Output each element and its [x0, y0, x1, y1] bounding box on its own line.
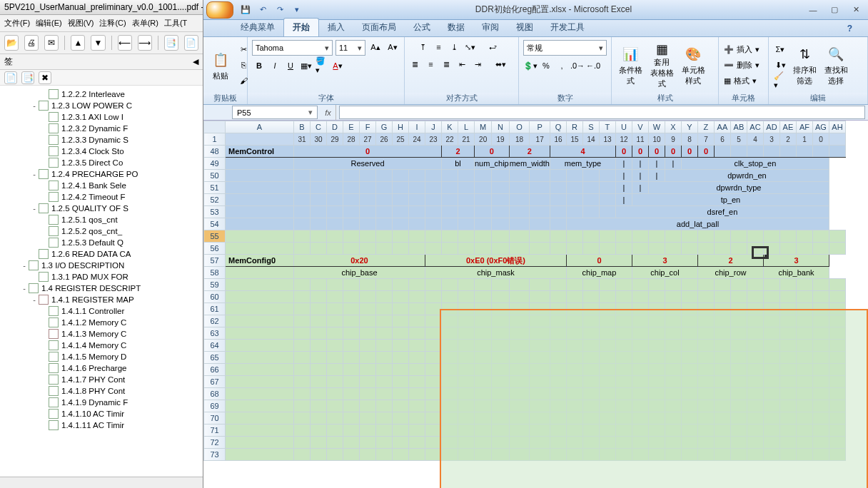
col-header[interactable]: C [311, 121, 327, 133]
col-header[interactable]: U [615, 121, 632, 133]
bookmark-item[interactable]: -1.2.5 QUALITY OF S [0, 203, 203, 214]
col-header[interactable]: Y [681, 121, 697, 133]
bookmark-item[interactable]: 1.2.4.1 Bank Sele [0, 180, 203, 191]
indent-dec-icon[interactable]: ⇤ [455, 57, 470, 71]
ribbon-tab[interactable]: 公式 [405, 19, 439, 36]
bookmark-item[interactable]: 1.4.1.1 Controller [0, 305, 203, 317]
insert-cells-button[interactable]: ➕插入▾ [723, 42, 764, 56]
row-header[interactable]: 61 [204, 303, 226, 315]
bookmark-item[interactable]: -1.3 I/O DESCRIPTION [0, 260, 203, 271]
col-header[interactable]: Z [697, 121, 714, 133]
mail-icon[interactable]: ✉ [44, 35, 59, 51]
font-color-icon[interactable]: A▾ [330, 59, 345, 73]
worksheet-grid[interactable]: ABCDEFGHIJKLMNOPQRSTUVWXYZAAABACADAEAFAG… [203, 121, 868, 488]
fill-icon[interactable]: ⬇▾ [773, 58, 787, 72]
bookmark-item[interactable]: 1.2.2.2 Interleave [0, 88, 203, 100]
bookmark-item[interactable]: 1.4.1.8 PHY Cont [0, 385, 203, 397]
col-header[interactable]: AB [730, 121, 747, 133]
ribbon-tab[interactable]: 数据 [439, 19, 473, 36]
italic-button[interactable]: I [268, 59, 282, 73]
minimize-icon[interactable]: — [804, 4, 822, 16]
dec-decimal-icon[interactable]: ←.0 [586, 59, 600, 73]
col-header[interactable]: W [648, 121, 665, 133]
col-header[interactable]: AD [763, 121, 779, 133]
col-header[interactable]: F [360, 121, 376, 133]
col-header[interactable]: J [425, 121, 442, 133]
pdf-hscroll[interactable] [0, 477, 203, 488]
col-header[interactable]: T [599, 121, 615, 133]
row-header[interactable]: 71 [204, 425, 226, 437]
bookmark-item[interactable]: 1.4.1.6 Precharge [0, 362, 203, 374]
clear-icon[interactable]: 🧹▾ [773, 73, 787, 88]
col-header[interactable]: N [492, 121, 509, 133]
bookmark-item[interactable]: 1.4.1.4 Memory C [0, 340, 203, 351]
col-header[interactable]: M [475, 121, 492, 133]
inc-decimal-icon[interactable]: .0→ [570, 59, 585, 73]
formula-input[interactable] [339, 106, 865, 119]
col-header[interactable]: O [509, 121, 530, 133]
row-header[interactable]: 54 [204, 218, 226, 230]
bookmark-item[interactable]: 1.4.1.11 AC Timir [0, 420, 203, 431]
col-header[interactable]: Q [550, 121, 566, 133]
bookmark-tab-label[interactable]: 签 [4, 56, 13, 68]
row-header[interactable]: 70 [204, 412, 226, 425]
pdf-menu-item[interactable]: 编辑(E) [36, 18, 62, 29]
wrap-text-icon[interactable]: ⮐ [479, 40, 508, 54]
up-icon[interactable]: ▲ [71, 35, 85, 51]
row-header[interactable]: 68 [204, 388, 226, 400]
bookmark-tree[interactable]: 1.2.2.2 Interleave-1.2.3 LOW POWER C1.2.… [0, 86, 203, 477]
bookmark-item[interactable]: 1.2.5.2 qos_cnt_ [0, 225, 203, 237]
autosum-icon[interactable]: Σ▾ [773, 42, 787, 56]
name-box[interactable]: P55▾ [232, 106, 318, 119]
row-header[interactable]: 73 [204, 449, 226, 461]
col-header[interactable]: P [530, 121, 550, 133]
indent-inc-icon[interactable]: ⇥ [471, 57, 485, 71]
page-icon[interactable]: 📄 [184, 35, 198, 51]
grow-font-icon[interactable]: A▴ [368, 40, 383, 54]
ribbon-tab[interactable]: 页面布局 [353, 19, 405, 36]
bookmark-item[interactable]: 1.3.1 PAD MUX FOR [0, 271, 203, 283]
row-header[interactable]: 57 [204, 255, 226, 267]
format-cells-button[interactable]: ▦格式▾ [723, 73, 764, 88]
fx-icon[interactable]: fx [321, 105, 336, 120]
back-icon[interactable]: ⟵ [118, 35, 132, 51]
ribbon-tab[interactable]: 审阅 [473, 19, 508, 36]
close-icon[interactable]: ✕ [847, 4, 865, 16]
table-format-button[interactable]: ▦套用 表格格式 [647, 41, 676, 88]
underline-button[interactable]: U [283, 59, 298, 73]
ribbon-tab[interactable]: 开发工具 [542, 19, 593, 36]
row-header[interactable]: 64 [204, 340, 226, 352]
down-icon[interactable]: ▼ [91, 35, 105, 51]
font-size-combo[interactable]: 11▾ [335, 40, 365, 56]
col-header[interactable]: S [582, 121, 599, 133]
bookmark-item[interactable]: 1.4.1.3 Memory C [0, 328, 203, 340]
office-button-icon[interactable] [206, 1, 233, 19]
delete-bookmark-icon[interactable]: ✖ [39, 71, 51, 84]
row-header[interactable]: 53 [204, 206, 226, 218]
align-center-icon[interactable]: ≡ [424, 57, 438, 71]
bookmark-item[interactable]: 1.4.1.10 AC Timir [0, 408, 203, 420]
bookmark-item[interactable]: 1.2.4.2 Timeout F [0, 191, 203, 203]
comma-icon[interactable]: , [555, 59, 569, 73]
bookmark-icon[interactable]: 📑 [164, 35, 178, 51]
row-header[interactable]: 65 [204, 352, 226, 364]
bookmark-item[interactable]: 1.2.3.4 Clock Sto [0, 146, 203, 157]
col-header[interactable]: H [393, 121, 409, 133]
row-header[interactable]: 56 [204, 243, 226, 255]
bookmark-item[interactable]: -1.2.4 PRECHARGE PO [0, 168, 203, 180]
pdf-menu-item[interactable]: 工具(T [164, 18, 187, 29]
new-bookmark-icon[interactable]: 📄 [4, 71, 17, 84]
align-top-icon[interactable]: ⤒ [416, 40, 430, 54]
print-icon[interactable]: 🖨 [24, 35, 39, 51]
bookmark-item[interactable]: 1.4.1.7 PHY Cont [0, 374, 203, 385]
col-header[interactable]: L [458, 121, 475, 133]
collapse-pane-icon[interactable]: ◀ [193, 57, 198, 66]
align-left-icon[interactable]: ≣ [408, 57, 423, 71]
col-header[interactable]: E [343, 121, 360, 133]
undo-icon[interactable]: ↶ [256, 4, 269, 16]
row-header[interactable]: 49 [204, 158, 226, 170]
row-header[interactable]: 58 [204, 267, 226, 279]
col-header[interactable]: AE [779, 121, 796, 133]
row-header[interactable]: 63 [204, 327, 226, 340]
align-right-icon[interactable]: ≣ [440, 57, 454, 71]
